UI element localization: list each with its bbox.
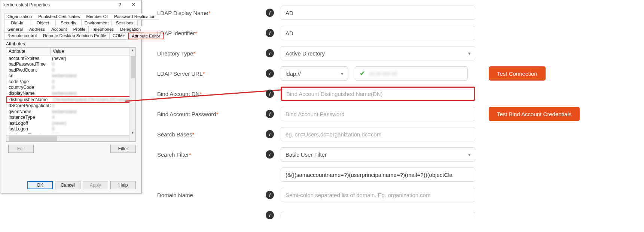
help-button[interactable]: Help bbox=[110, 181, 136, 189]
horizontal-scrollbar[interactable] bbox=[6, 135, 129, 141]
info-icon[interactable]: i bbox=[266, 150, 274, 159]
tab-password-repl[interactable]: Password Replication bbox=[111, 13, 159, 20]
attribute-name: cn bbox=[7, 73, 51, 78]
attribute-value: 0 bbox=[51, 126, 135, 132]
info-icon[interactable]: i bbox=[266, 211, 274, 219]
tab-rds-profile[interactable]: Remote Desktop Services Profile bbox=[40, 33, 110, 39]
test-bind-credentials-button[interactable]: Test Bind Account Credentials bbox=[489, 107, 580, 121]
tab-pub-certificates[interactable]: Published Certificates bbox=[35, 13, 83, 20]
attribute-name: displayName bbox=[7, 91, 51, 96]
help-icon[interactable]: ? bbox=[113, 2, 126, 7]
tab-delegation[interactable]: Delegation bbox=[117, 26, 144, 33]
close-icon[interactable]: ✕ bbox=[126, 2, 140, 7]
attribute-row[interactable]: badPasswordTime0 bbox=[6, 61, 135, 67]
attribute-row[interactable]: countryCode0 bbox=[6, 85, 135, 91]
attribute-row[interactable]: instanceType4 bbox=[6, 115, 135, 121]
search-filter-text-input[interactable] bbox=[281, 168, 475, 182]
attribute-row[interactable]: lastLogon0 bbox=[6, 126, 135, 132]
attribute-value: CN=kerberostest,CN=Users,DC=example,DC=c… bbox=[51, 97, 135, 102]
tab-environment[interactable]: Environment bbox=[82, 20, 112, 26]
attribute-row[interactable]: displayNamekerberostest bbox=[6, 90, 135, 96]
tab-telephones[interactable]: Telephones bbox=[89, 26, 117, 33]
search-bases-input[interactable] bbox=[281, 127, 475, 141]
chevron-down-icon[interactable]: ▼ bbox=[131, 131, 134, 135]
attribute-name: givenName bbox=[7, 109, 51, 114]
attribute-value: 0 bbox=[51, 61, 135, 67]
attribute-name: distinguishedName bbox=[8, 97, 51, 102]
tab-remote-control[interactable]: Remote control bbox=[4, 33, 40, 39]
ldap-scheme-select[interactable]: ldap:// bbox=[281, 66, 348, 81]
tab-member-of[interactable]: Member Of bbox=[83, 13, 111, 20]
attribute-name: badPasswordTime bbox=[7, 61, 51, 67]
attribute-value: 4 bbox=[51, 115, 135, 120]
tab-organization[interactable]: Organization bbox=[4, 13, 35, 20]
vertical-scrollbar[interactable]: ▲ ▼ bbox=[129, 48, 135, 141]
attribute-value: 0 bbox=[51, 103, 135, 108]
directory-type-select[interactable]: Active Directory bbox=[281, 46, 475, 60]
attribute-row[interactable]: givenNamekerberostest bbox=[6, 109, 135, 115]
info-icon[interactable]: i bbox=[266, 191, 274, 199]
apply-button[interactable]: Apply bbox=[83, 181, 108, 189]
tab-strip: Organization Published Certificates Memb… bbox=[4, 13, 138, 40]
attributes-listbox[interactable]: Attribute Value accountExpires(never)bad… bbox=[6, 47, 136, 142]
filter-button[interactable]: Filter bbox=[110, 145, 136, 153]
ldap-config-form: LDAP Display Name* i LDAP Identifier* i … bbox=[157, 6, 637, 228]
attribute-row[interactable]: cnkerberostest bbox=[6, 73, 135, 79]
cancel-button[interactable]: Cancel bbox=[55, 181, 80, 189]
listbox-header: Attribute Value bbox=[6, 48, 135, 55]
attribute-row[interactable]: distinguishedNameCN=kerberostest,CN=User… bbox=[6, 96, 135, 103]
attribute-value: 0 bbox=[51, 67, 135, 73]
domain-name-input[interactable] bbox=[281, 188, 475, 202]
scroll-thumb[interactable] bbox=[131, 56, 135, 78]
info-icon[interactable]: i bbox=[266, 49, 274, 57]
ldap-server-url-label: LDAP Server URL* bbox=[157, 70, 266, 77]
attribute-row[interactable]: badPwdCount0 bbox=[6, 67, 135, 73]
info-icon[interactable]: i bbox=[266, 130, 274, 138]
attribute-row[interactable]: accountExpires(never) bbox=[6, 55, 135, 61]
ldap-identifier-input[interactable] bbox=[281, 26, 475, 40]
col-attribute[interactable]: Attribute bbox=[6, 48, 51, 55]
attribute-row[interactable]: lastLogonTimestamp132... bbox=[6, 132, 135, 133]
info-icon[interactable]: i bbox=[266, 110, 274, 118]
tab-object[interactable]: Object bbox=[30, 20, 56, 26]
tab-address[interactable]: Address bbox=[26, 26, 48, 33]
attribute-row[interactable]: lastLogoff(never) bbox=[6, 120, 135, 126]
titlebar[interactable]: kerberostest Properties ? ✕ bbox=[0, 0, 141, 9]
tab-sessions[interactable]: Sessions bbox=[112, 20, 137, 26]
bind-dn-input[interactable] bbox=[281, 87, 475, 101]
info-icon[interactable]: i bbox=[266, 90, 274, 98]
info-icon[interactable]: i bbox=[266, 29, 274, 37]
tab-security[interactable]: Security bbox=[56, 20, 82, 26]
ok-button[interactable]: OK bbox=[27, 181, 53, 189]
tab-complus[interactable]: COM+ bbox=[110, 33, 129, 39]
tab-dial-in[interactable]: Dial-in bbox=[4, 20, 30, 26]
attribute-row[interactable]: codePage0 bbox=[6, 79, 135, 85]
tab-profile[interactable]: Profile bbox=[70, 26, 89, 33]
attribute-name: instanceType bbox=[7, 115, 51, 120]
truncated-input[interactable] bbox=[281, 212, 475, 219]
info-icon[interactable]: i bbox=[266, 69, 274, 78]
attribute-value: kerberostest bbox=[51, 91, 135, 96]
tab-account[interactable]: Account bbox=[48, 26, 70, 33]
bind-password-input[interactable] bbox=[281, 107, 475, 121]
attribute-value: kerberostest bbox=[51, 73, 135, 78]
ldap-display-name-input[interactable] bbox=[281, 6, 475, 20]
search-filter-select[interactable]: Basic User Filter bbox=[281, 147, 475, 162]
col-value[interactable]: Value bbox=[51, 48, 135, 55]
search-bases-label: Search Bases* bbox=[157, 131, 266, 138]
chevron-up-icon[interactable]: ▲ bbox=[131, 48, 134, 52]
tab-general[interactable]: General bbox=[4, 26, 26, 33]
attribute-name: badPwdCount bbox=[7, 67, 51, 73]
hscroll-thumb[interactable] bbox=[9, 136, 57, 141]
bind-password-label: Bind Account Password* bbox=[157, 111, 266, 117]
attribute-name: countryCode bbox=[7, 85, 51, 90]
ldap-identifier-label: LDAP Identifier* bbox=[157, 30, 266, 36]
dialog-title: kerberostest Properties bbox=[2, 2, 113, 7]
ldap-display-name-label: LDAP Display Name* bbox=[157, 10, 266, 16]
edit-button[interactable]: Edit bbox=[8, 145, 34, 153]
attribute-row[interactable]: dSCorePropagationD...0 bbox=[6, 103, 135, 109]
ldap-host-display: ✔ 10.00.000.00 bbox=[355, 66, 468, 81]
test-connection-button[interactable]: Test Connection bbox=[489, 66, 546, 81]
domain-name-label: Domain Name bbox=[157, 192, 266, 198]
info-icon[interactable]: i bbox=[266, 9, 274, 17]
